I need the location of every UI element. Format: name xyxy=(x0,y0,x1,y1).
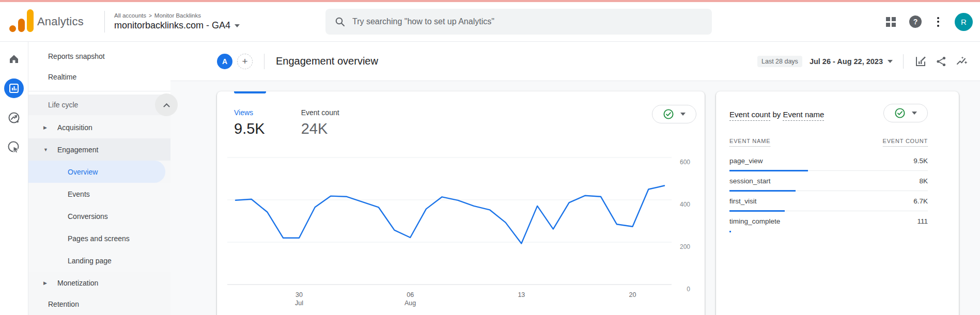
caret-down-icon xyxy=(912,112,917,115)
collapse-section-button[interactable] xyxy=(155,93,178,116)
sidebar-item-overview[interactable]: Overview xyxy=(28,161,165,183)
sidebar-item-monetization[interactable]: ▶ Monetization xyxy=(28,272,170,294)
insights-icon[interactable] xyxy=(955,55,969,68)
event-row[interactable]: timing_complete111 xyxy=(729,211,928,231)
advertising-icon[interactable] xyxy=(4,137,24,157)
sidebar: Reports snapshot Realtime Life cycle ▶ A… xyxy=(28,42,170,315)
event-row[interactable]: first_visit6.7K xyxy=(729,191,928,211)
analytics-logo[interactable]: Analytics xyxy=(0,8,102,35)
event-row[interactable]: page_view9.5K xyxy=(729,151,928,171)
header-divider xyxy=(264,54,265,69)
topbar: Analytics All accounts > Monitor Backlin… xyxy=(0,2,980,41)
home-icon[interactable] xyxy=(4,49,24,69)
sidebar-item-label: Landing page xyxy=(68,257,112,265)
event-name: page_view xyxy=(729,157,763,165)
share-icon[interactable] xyxy=(935,55,948,68)
x-axis-tick-label: Aug xyxy=(405,300,416,307)
comparison-chip[interactable]: A xyxy=(217,54,232,69)
y-axis-tick-label: 0 xyxy=(687,286,690,293)
sidebar-item-label: Events xyxy=(68,190,90,198)
chevron-down-icon: ▼ xyxy=(43,147,48,152)
y-axis-tick-label: 600 xyxy=(680,159,690,166)
event-count: 8K xyxy=(919,177,928,185)
search-input[interactable] xyxy=(352,17,662,26)
sidebar-item-landing-page[interactable]: Landing page xyxy=(28,249,170,272)
metric-views[interactable]: Views 9.5K xyxy=(234,108,265,137)
sidebar-divider xyxy=(28,91,170,91)
sidebar-item-realtime[interactable]: Realtime xyxy=(28,67,170,87)
check-circle-icon xyxy=(894,107,906,119)
event-count: 6.7K xyxy=(913,197,928,205)
sidebar-item-label: Realtime xyxy=(48,73,76,81)
sidebar-item-events[interactable]: Events xyxy=(28,183,170,205)
help-icon[interactable]: ? xyxy=(909,15,922,28)
event-name: session_start xyxy=(729,177,771,185)
date-range-picker[interactable]: Jul 26 - Aug 22, 2023 xyxy=(810,57,893,66)
breadcrumb: All accounts > Monitor Backlinks xyxy=(114,12,240,19)
event-bar xyxy=(729,231,731,232)
x-axis-tick-label: 30 xyxy=(295,291,303,298)
card-title-metric[interactable]: Event count xyxy=(729,110,770,121)
report-header: A + Engagement overview Last 28 days Jul… xyxy=(170,42,980,81)
sidebar-item-engagement[interactable]: ▼ Engagement xyxy=(28,138,170,161)
breadcrumb-root[interactable]: All accounts xyxy=(114,12,146,19)
explore-icon[interactable] xyxy=(4,108,24,128)
breadcrumb-current[interactable]: Monitor Backlinks xyxy=(154,12,201,19)
date-range-label: Jul 26 - Aug 22, 2023 xyxy=(810,57,883,66)
selected-metric-indicator xyxy=(234,91,266,93)
event-count: 9.5K xyxy=(913,157,928,165)
kebab-menu-icon[interactable] xyxy=(935,15,941,29)
avatar[interactable]: R xyxy=(955,13,973,31)
sidebar-item-conversions[interactable]: Conversions xyxy=(28,205,170,227)
metric-value: 24K xyxy=(301,120,339,137)
product-name: Analytics xyxy=(37,15,84,28)
events-table: EVENT NAME EVENT COUNT page_view9.5Ksess… xyxy=(729,138,945,231)
chevron-right-icon: ▶ xyxy=(43,280,47,286)
metric-event-count[interactable]: Event count 24K xyxy=(301,108,339,137)
data-quality-dropdown[interactable] xyxy=(883,104,928,122)
analytics-logo-icon xyxy=(7,8,34,35)
sidebar-item-acquisition[interactable]: ▶ Acquisition xyxy=(28,116,170,138)
breadcrumb-separator-icon: > xyxy=(149,13,152,19)
sidebar-item-label: Engagement xyxy=(28,146,98,154)
sidebar-item-label: Conversions xyxy=(68,212,108,220)
add-comparison-button[interactable]: + xyxy=(237,54,253,69)
check-circle-icon xyxy=(663,108,674,120)
y-axis-tick-label: 200 xyxy=(680,243,690,250)
event-name: timing_complete xyxy=(729,217,780,225)
sidebar-item-label: Acquisition xyxy=(28,123,92,132)
views-series-line xyxy=(236,186,664,244)
sidebar-item-label: Monetization xyxy=(28,279,98,287)
life-cycle-section: Life cycle ▶ Acquisition ▼ Engagement Ov… xyxy=(28,94,170,315)
search-icon xyxy=(335,17,345,27)
metric-value: 9.5K xyxy=(234,120,265,137)
sidebar-item-pages-and-screens[interactable]: Pages and screens xyxy=(28,227,170,249)
life-cycle-label: Life cycle xyxy=(48,101,78,109)
column-header-event-count[interactable]: EVENT COUNT xyxy=(883,138,928,147)
metric-label: Event count xyxy=(301,108,339,117)
sidebar-item-label: Pages and screens xyxy=(68,234,130,243)
apps-grid-icon[interactable] xyxy=(886,17,896,27)
data-quality-dropdown[interactable] xyxy=(652,105,696,123)
ga4-window: Analytics All accounts > Monitor Backlin… xyxy=(0,0,980,315)
sidebar-item-retention[interactable]: Retention xyxy=(28,294,170,314)
card-title-dimension[interactable]: Event name xyxy=(783,110,824,121)
sidebar-item-label: Retention xyxy=(48,300,79,308)
column-header-event-name[interactable]: EVENT NAME xyxy=(729,138,770,147)
search-bar[interactable] xyxy=(325,9,712,35)
caret-down-icon xyxy=(680,113,686,116)
y-axis-tick-label: 400 xyxy=(680,201,690,208)
chevron-up-icon xyxy=(163,103,170,109)
account-switcher[interactable]: All accounts > Monitor Backlinks monitor… xyxy=(105,12,240,31)
property-name[interactable]: monitorbacklinks.com - GA4 xyxy=(114,20,230,31)
date-caret-icon xyxy=(888,60,893,63)
edit-comparison-icon[interactable] xyxy=(914,55,927,68)
page-title: Engagement overview xyxy=(276,55,378,67)
views-line-chart[interactable]: 600400200030Jul06Aug1320 xyxy=(227,152,698,314)
event-row[interactable]: session_start8K xyxy=(729,171,928,191)
chevron-right-icon: ▶ xyxy=(43,125,47,130)
reports-icon[interactable] xyxy=(4,78,24,98)
events-table-card: Event count by Event name EVENT NAME EVE… xyxy=(716,91,959,315)
x-axis-tick-label: 20 xyxy=(629,291,636,298)
sidebar-item-reports-snapshot[interactable]: Reports snapshot xyxy=(28,46,170,67)
